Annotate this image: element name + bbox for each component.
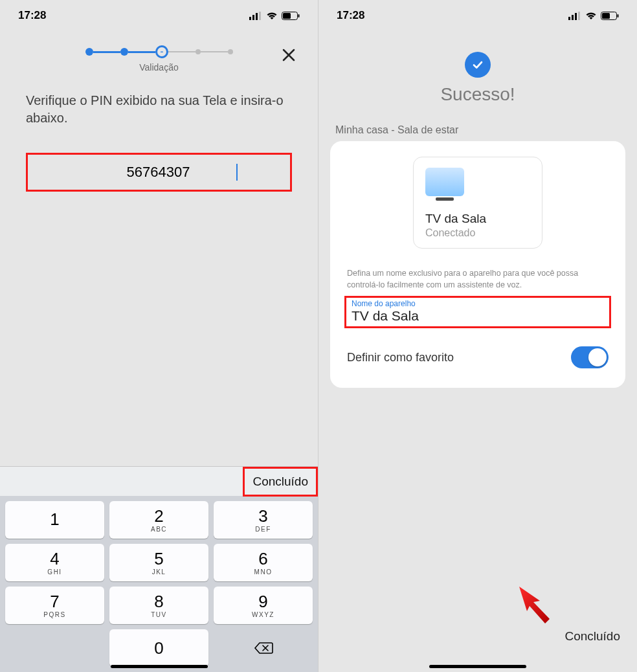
- status-icons: [568, 12, 619, 20]
- status-icons: [249, 12, 300, 20]
- key-5[interactable]: 5JKL: [109, 544, 208, 581]
- svg-rect-6: [298, 14, 300, 17]
- progress-stepper: [85, 45, 233, 58]
- phone-screen-pin: 17:28 Validação: [0, 0, 318, 672]
- favorite-toggle[interactable]: [571, 346, 609, 368]
- step-line-inactive: [168, 51, 196, 52]
- keyboard-done-highlight: Concluído: [243, 467, 318, 497]
- device-name-field-highlight: Nome do aparelho: [344, 296, 611, 328]
- key-3[interactable]: 3DEF: [214, 501, 313, 539]
- svg-rect-3: [259, 12, 261, 20]
- cellular-signal-icon: [249, 12, 262, 20]
- numpad: 1 2ABC 3DEF 4GHI 5JKL 6MNO 7PQRS 8TUV 9W…: [0, 496, 318, 672]
- home-indicator[interactable]: [111, 665, 208, 668]
- phone-screen-success: 17:28 Sucesso! Minha casa - Sala de esta…: [318, 0, 637, 672]
- key-7[interactable]: 7PQRS: [5, 587, 104, 624]
- check-circle-icon: [465, 52, 491, 78]
- device-card: TV da Sala Conectado Defina um nome excl…: [330, 141, 625, 388]
- battery-icon: [601, 12, 619, 20]
- svg-rect-5: [283, 13, 291, 19]
- favorite-row: Definir como favorito: [344, 346, 611, 368]
- numeric-keyboard: Concluído 1 2ABC 3DEF 4GHI 5JKL 6MNO 7PQ…: [0, 466, 318, 672]
- close-icon[interactable]: [279, 45, 298, 65]
- pin-input-highlight: [26, 153, 292, 192]
- device-name-field-label: Nome do aparelho: [352, 299, 604, 308]
- svg-rect-8: [572, 15, 574, 20]
- step-line: [128, 51, 155, 53]
- success-title: Sucesso!: [318, 84, 637, 105]
- svg-marker-14: [519, 587, 550, 623]
- svg-rect-9: [575, 13, 577, 20]
- step-dot-current: [155, 45, 168, 58]
- step-line: [93, 51, 120, 53]
- home-indicator[interactable]: [429, 665, 526, 668]
- step-dot-5: [228, 49, 233, 54]
- step-dot-1: [85, 48, 93, 56]
- arrow-annotation-icon: [514, 581, 559, 627]
- svg-rect-7: [568, 17, 570, 20]
- favorite-label: Definir como favorito: [347, 351, 454, 364]
- step-dot-2: [120, 48, 128, 56]
- keyboard-done-button[interactable]: Concluído: [252, 475, 308, 489]
- battery-icon: [282, 12, 300, 20]
- key-6[interactable]: 6MNO: [214, 544, 313, 581]
- keyboard-accessory-bar: Concluído: [0, 466, 318, 496]
- location-label: Minha casa - Sala de estar: [318, 105, 637, 141]
- key-backspace[interactable]: [214, 629, 313, 667]
- step-line-inactive: [201, 51, 228, 52]
- tv-icon: [425, 168, 464, 196]
- wifi-icon: [266, 12, 278, 20]
- svg-rect-2: [256, 13, 258, 20]
- wifi-icon: [585, 12, 597, 20]
- pin-instruction: Verifique o PIN exibido na sua Tela e in…: [0, 73, 318, 127]
- key-2[interactable]: 2ABC: [109, 501, 208, 539]
- status-time: 17:28: [18, 9, 46, 22]
- key-8[interactable]: 8TUV: [109, 587, 208, 624]
- key-1[interactable]: 1: [5, 501, 104, 539]
- status-bar: 17:28: [318, 0, 637, 26]
- success-header: Sucesso!: [318, 52, 637, 105]
- cellular-signal-icon: [568, 12, 581, 20]
- key-4[interactable]: 4GHI: [5, 544, 104, 581]
- key-0[interactable]: 0: [109, 629, 208, 667]
- key-blank: [5, 629, 104, 667]
- step-dot-4: [196, 49, 201, 54]
- done-button[interactable]: Concluído: [564, 629, 620, 644]
- device-name-input[interactable]: [352, 308, 604, 324]
- device-name: TV da Sala: [425, 212, 530, 226]
- status-bar: 17:28: [0, 0, 318, 26]
- svg-rect-12: [602, 13, 610, 19]
- device-status: Conectado: [425, 227, 530, 239]
- svg-rect-13: [618, 14, 619, 17]
- naming-hint: Defina um nome exclusivo para o aparelho…: [344, 268, 611, 296]
- status-time: 17:28: [337, 9, 364, 22]
- backspace-icon: [254, 642, 273, 655]
- svg-rect-0: [249, 17, 251, 20]
- device-tile[interactable]: TV da Sala Conectado: [413, 157, 542, 249]
- pin-input[interactable]: [80, 164, 238, 181]
- step-label: Validação: [0, 62, 318, 73]
- key-9[interactable]: 9WXYZ: [214, 587, 313, 624]
- svg-rect-10: [578, 12, 580, 20]
- stepper-row: [0, 45, 318, 58]
- svg-rect-1: [252, 15, 254, 20]
